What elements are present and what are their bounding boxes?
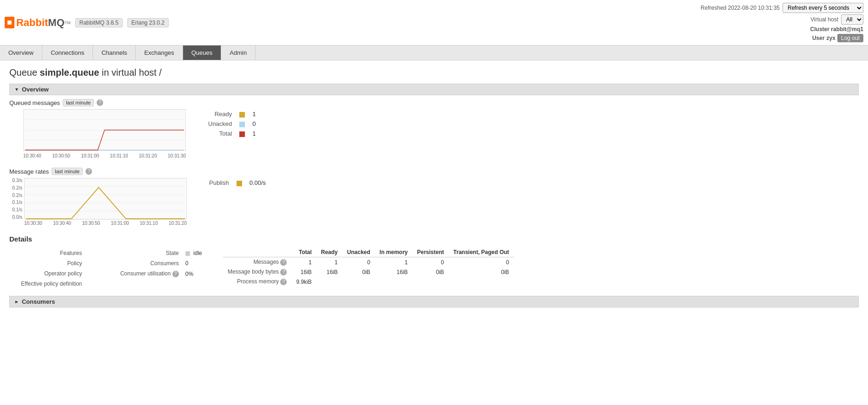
messages-total: 1 (291, 257, 316, 268)
last-minute-badge: last minute (63, 99, 94, 106)
messages-transient-paged-out: 0 (449, 257, 514, 268)
nav-exchanges[interactable]: Exchanges (136, 46, 183, 60)
nav-connections[interactable]: Connections (42, 46, 93, 60)
message-body-bytes-help-icon[interactable]: ? (280, 269, 287, 275)
queued-messages-legend-table: Ready 1 Unacked 0 Total 1 (204, 109, 260, 138)
queued-messages-section: 10:30:40 10:30:50 10:31:00 10:31:10 10:3… (9, 109, 859, 158)
rabbitmq-version: RabbitMQ 3.8.5 (75, 18, 123, 27)
logo-rabbit-text: Rabbit (16, 17, 48, 29)
consumers-value: 0 (183, 259, 208, 268)
nav-overview[interactable]: Overview (0, 46, 42, 60)
messages-persistent: 0 (413, 257, 449, 268)
message-rates-chart-inner: 0.3/s 0.2/s 0.2/s 0.1/s 0.1/s 0.0/s (9, 178, 187, 220)
legend-unacked-color (236, 119, 249, 129)
legend-publish: Publish 0.00/s (205, 178, 270, 188)
legend-total-value: 1 (249, 129, 259, 138)
operator-policy-row: Operator policy (10, 269, 92, 278)
page-content: Queue simple.queue in virtual host / ▼ O… (0, 60, 868, 314)
body-bytes-unacked: 0iB (342, 267, 375, 277)
col-transient-paged-out: Transient, Paged Out (449, 248, 514, 257)
legend-ready-label: Ready (204, 109, 236, 119)
col-total: Total (291, 248, 316, 257)
rates-x-labels: 10:30:30 10:30:40 10:30:50 10:31:00 10:3… (9, 221, 187, 226)
consumer-utilisation-row: Consumer utilisation ? 0% (108, 269, 208, 279)
logout-button[interactable]: Log out (837, 34, 863, 42)
message-rates-badge: last minute (52, 168, 83, 175)
page-title: Queue simple.queue in virtual host / (9, 67, 859, 78)
process-memory-persistent (413, 277, 449, 287)
legend-ready-color (236, 109, 249, 119)
col-persistent: Persistent (413, 248, 449, 257)
features-row: Features (10, 248, 92, 258)
legend-publish-color (233, 178, 246, 188)
message-rates-section: 0.3/s 0.2/s 0.2/s 0.1/s 0.1/s 0.0/s (9, 178, 859, 226)
col-unacked: Unacked (342, 248, 375, 257)
process-memory-ready (316, 277, 342, 287)
process-memory-row: Process memory ? 9.9kiB (223, 277, 514, 287)
queue-name: simple.queue (40, 67, 99, 78)
process-memory-transient-paged-out (449, 277, 514, 287)
legend-total: Total 1 (204, 129, 260, 138)
consumers-section-header[interactable]: ► Consumers (9, 296, 859, 307)
legend-total-color (236, 129, 249, 138)
logo: ■ RabbitMQTM (5, 17, 71, 29)
consumer-utilisation-help[interactable]: ? (172, 271, 179, 277)
legend-unacked-value: 0 (249, 119, 259, 129)
logo-mq-text: MQ (48, 17, 64, 29)
rabbitmq-logo-icon: ■ (5, 17, 14, 28)
top-right: Refreshed 2022-08-20 10:31:35 Refresh ev… (701, 3, 863, 42)
details-title: Details (9, 235, 859, 243)
legend-unacked: Unacked 0 (204, 119, 260, 129)
queued-messages-chart-wrapper: 10:30:40 10:30:50 10:31:00 10:31:10 10:3… (9, 109, 186, 158)
main-nav: Overview Connections Channels Exchanges … (0, 46, 868, 60)
body-bytes-persistent: 0iB (413, 267, 449, 277)
consumer-utilisation-label: Consumer utilisation ? (108, 269, 182, 279)
messages-in-memory: 1 (375, 257, 413, 268)
process-memory-in-memory (375, 277, 413, 287)
refresh-info: Refreshed 2022-08-20 10:31:35 (701, 5, 780, 11)
process-memory-help-icon[interactable]: ? (280, 279, 287, 285)
legend-publish-value: 0.00/s (246, 178, 270, 188)
refresh-select[interactable]: Refresh every 5 seconds Refresh every 10… (783, 3, 863, 13)
queued-messages-chart (9, 109, 186, 152)
details-table-header: Total Ready Unacked In memory Persistent… (223, 248, 514, 257)
details-left-panel: Features Policy Operator policy Effectiv… (9, 248, 93, 289)
overview-section-header[interactable]: ▼ Overview (9, 84, 859, 95)
effective-policy-row: Effective policy definition (10, 279, 92, 288)
nav-admin[interactable]: Admin (221, 46, 256, 60)
process-memory-total: 9.9kiB (291, 277, 316, 287)
nav-channels[interactable]: Channels (93, 46, 136, 60)
queued-messages-help-icon[interactable]: ? (97, 99, 103, 106)
user-row: User zyx Log out (812, 34, 863, 42)
details-left-table: Features Policy Operator policy Effectiv… (9, 248, 93, 289)
state-value: idle (183, 248, 208, 258)
nav-queues[interactable]: Queues (183, 46, 222, 60)
effective-policy-value (86, 279, 92, 288)
queued-messages-svg (23, 109, 186, 151)
col-empty (223, 248, 291, 257)
consumers-arrow: ► (14, 299, 19, 304)
idle-indicator (185, 251, 190, 256)
policy-label: Policy (10, 259, 85, 268)
message-rates-label: Message rates (9, 168, 49, 175)
topbar: ■ RabbitMQTM RabbitMQ 3.8.5 Erlang 23.0.… (0, 0, 868, 46)
effective-policy-label: Effective policy definition (10, 279, 85, 288)
vhost-select[interactable]: All / (841, 14, 863, 25)
features-value (86, 248, 92, 258)
details-grid: Features Policy Operator policy Effectiv… (9, 248, 859, 289)
message-body-bytes-label: Message body bytes ? (223, 267, 291, 277)
legend-ready: Ready 1 (204, 109, 260, 119)
legend-total-label: Total (204, 129, 236, 138)
vhost-label: Virtual host (810, 16, 838, 23)
consumers-label: Consumers (108, 259, 182, 268)
messages-row-label: Messages ? (223, 257, 291, 268)
messages-ready: 1 (316, 257, 342, 268)
queued-messages-title: Queued messages last minute ? (9, 99, 859, 106)
consumer-utilisation-value: 0% (183, 269, 208, 279)
features-label: Features (10, 248, 85, 258)
message-rates-help-icon[interactable]: ? (85, 168, 92, 175)
erlang-version: Erlang 23.0.2 (127, 18, 169, 27)
messages-help-icon[interactable]: ? (280, 259, 287, 266)
legend-unacked-label: Unacked (204, 119, 236, 129)
rates-y-labels: 0.3/s 0.2/s 0.2/s 0.1/s 0.1/s 0.0/s (9, 178, 24, 220)
